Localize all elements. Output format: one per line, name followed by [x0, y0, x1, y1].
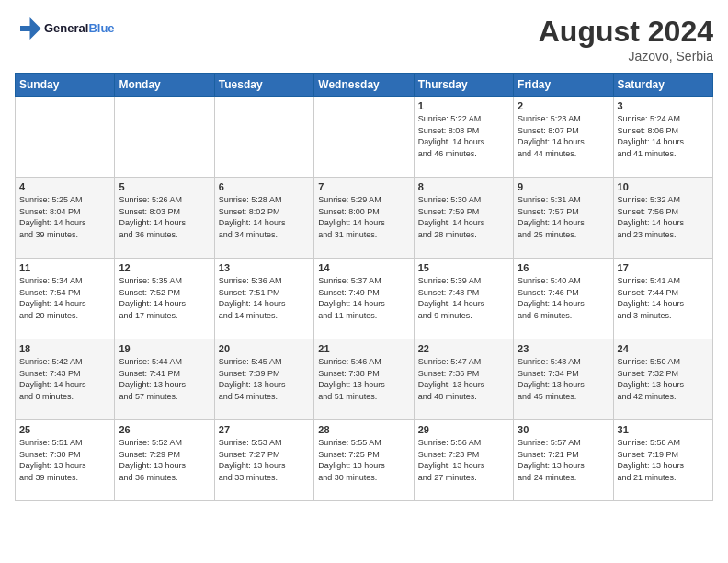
calendar-header-row: SundayMondayTuesdayWednesdayThursdayFrid… [16, 74, 713, 97]
day-info: Sunrise: 5:23 AM Sunset: 8:07 PM Dayligh… [518, 113, 609, 159]
day-info: Sunrise: 5:31 AM Sunset: 7:57 PM Dayligh… [518, 194, 609, 240]
calendar-cell: 25Sunrise: 5:51 AM Sunset: 7:30 PM Dayli… [16, 420, 115, 501]
calendar-cell: 27Sunrise: 5:53 AM Sunset: 7:27 PM Dayli… [214, 420, 313, 501]
day-info: Sunrise: 5:56 AM Sunset: 7:23 PM Dayligh… [418, 437, 509, 483]
day-info: Sunrise: 5:47 AM Sunset: 7:36 PM Dayligh… [418, 356, 509, 402]
day-number: 9 [518, 181, 609, 192]
day-number: 13 [219, 262, 310, 273]
week-row-3: 11Sunrise: 5:34 AM Sunset: 7:54 PM Dayli… [16, 259, 713, 339]
day-number: 19 [119, 343, 210, 354]
day-info: Sunrise: 5:24 AM Sunset: 8:06 PM Dayligh… [618, 113, 709, 159]
calendar-cell: 17Sunrise: 5:41 AM Sunset: 7:44 PM Dayli… [613, 259, 712, 339]
calendar-cell: 30Sunrise: 5:57 AM Sunset: 7:21 PM Dayli… [514, 420, 613, 501]
location: Jazovo, Serbia [539, 49, 713, 63]
day-info: Sunrise: 5:37 AM Sunset: 7:49 PM Dayligh… [318, 275, 409, 321]
day-number: 15 [418, 262, 509, 273]
day-info: Sunrise: 5:53 AM Sunset: 7:27 PM Dayligh… [219, 437, 310, 483]
calendar-cell: 14Sunrise: 5:37 AM Sunset: 7:49 PM Dayli… [314, 259, 414, 339]
calendar-cell: 2Sunrise: 5:23 AM Sunset: 8:07 PM Daylig… [514, 97, 613, 178]
page: GeneralBlue August 2024 Jazovo, Serbia S… [0, 0, 728, 563]
logo-blue: Blue [88, 21, 114, 35]
column-header-thursday: Thursday [414, 74, 513, 97]
header: GeneralBlue August 2024 Jazovo, Serbia [15, 15, 713, 63]
week-row-2: 4Sunrise: 5:25 AM Sunset: 8:04 PM Daylig… [16, 178, 713, 259]
day-number: 1 [418, 100, 509, 111]
calendar-cell: 7Sunrise: 5:29 AM Sunset: 8:00 PM Daylig… [314, 178, 414, 259]
calendar-cell: 3Sunrise: 5:24 AM Sunset: 8:06 PM Daylig… [613, 97, 712, 178]
day-number: 12 [119, 262, 210, 273]
calendar-cell: 22Sunrise: 5:47 AM Sunset: 7:36 PM Dayli… [414, 339, 513, 420]
day-number: 2 [518, 100, 609, 111]
day-number: 25 [19, 424, 110, 435]
day-number: 5 [119, 181, 210, 192]
day-info: Sunrise: 5:39 AM Sunset: 7:48 PM Dayligh… [418, 275, 509, 321]
day-number: 4 [19, 181, 110, 192]
day-number: 18 [19, 343, 110, 354]
calendar-cell: 11Sunrise: 5:34 AM Sunset: 7:54 PM Dayli… [16, 259, 115, 339]
day-info: Sunrise: 5:55 AM Sunset: 7:25 PM Dayligh… [318, 437, 409, 483]
day-info: Sunrise: 5:57 AM Sunset: 7:21 PM Dayligh… [518, 437, 609, 483]
day-number: 10 [618, 181, 709, 192]
day-number: 26 [119, 424, 210, 435]
calendar-cell: 13Sunrise: 5:36 AM Sunset: 7:51 PM Dayli… [214, 259, 313, 339]
day-info: Sunrise: 5:48 AM Sunset: 7:34 PM Dayligh… [518, 356, 609, 402]
day-info: Sunrise: 5:45 AM Sunset: 7:39 PM Dayligh… [219, 356, 310, 402]
calendar-cell: 24Sunrise: 5:50 AM Sunset: 7:32 PM Dayli… [613, 339, 712, 420]
day-number: 7 [318, 181, 409, 192]
calendar-cell [314, 97, 414, 178]
calendar-cell: 20Sunrise: 5:45 AM Sunset: 7:39 PM Dayli… [214, 339, 313, 420]
calendar-cell: 9Sunrise: 5:31 AM Sunset: 7:57 PM Daylig… [514, 178, 613, 259]
day-number: 14 [318, 262, 409, 273]
day-number: 6 [219, 181, 310, 192]
calendar-cell: 16Sunrise: 5:40 AM Sunset: 7:46 PM Dayli… [514, 259, 613, 339]
column-header-wednesday: Wednesday [314, 74, 414, 97]
day-info: Sunrise: 5:28 AM Sunset: 8:02 PM Dayligh… [219, 194, 310, 240]
day-info: Sunrise: 5:40 AM Sunset: 7:46 PM Dayligh… [518, 275, 609, 321]
calendar-cell: 15Sunrise: 5:39 AM Sunset: 7:48 PM Dayli… [414, 259, 513, 339]
day-info: Sunrise: 5:29 AM Sunset: 8:00 PM Dayligh… [318, 194, 409, 240]
logo-general: General [44, 21, 88, 35]
calendar-cell: 4Sunrise: 5:25 AM Sunset: 8:04 PM Daylig… [16, 178, 115, 259]
calendar-table: SundayMondayTuesdayWednesdayThursdayFrid… [15, 73, 713, 501]
day-info: Sunrise: 5:52 AM Sunset: 7:29 PM Dayligh… [119, 437, 210, 483]
day-info: Sunrise: 5:30 AM Sunset: 7:59 PM Dayligh… [418, 194, 509, 240]
day-number: 28 [318, 424, 409, 435]
calendar-cell: 26Sunrise: 5:52 AM Sunset: 7:29 PM Dayli… [115, 420, 214, 501]
day-info: Sunrise: 5:35 AM Sunset: 7:52 PM Dayligh… [119, 275, 210, 321]
day-number: 22 [418, 343, 509, 354]
calendar-cell: 31Sunrise: 5:58 AM Sunset: 7:19 PM Dayli… [613, 420, 712, 501]
column-header-tuesday: Tuesday [214, 74, 313, 97]
day-number: 31 [618, 424, 709, 435]
day-number: 8 [418, 181, 509, 192]
column-header-monday: Monday [115, 74, 214, 97]
day-number: 3 [618, 100, 709, 111]
week-row-1: 1Sunrise: 5:22 AM Sunset: 8:08 PM Daylig… [16, 97, 713, 178]
day-number: 29 [418, 424, 509, 435]
column-header-sunday: Sunday [16, 74, 115, 97]
logo-icon [15, 15, 42, 42]
week-row-4: 18Sunrise: 5:42 AM Sunset: 7:43 PM Dayli… [16, 339, 713, 420]
calendar-cell: 6Sunrise: 5:28 AM Sunset: 8:02 PM Daylig… [214, 178, 313, 259]
day-info: Sunrise: 5:22 AM Sunset: 8:08 PM Dayligh… [418, 113, 509, 159]
calendar-cell: 21Sunrise: 5:46 AM Sunset: 7:38 PM Dayli… [314, 339, 414, 420]
day-number: 11 [19, 262, 110, 273]
day-info: Sunrise: 5:26 AM Sunset: 8:03 PM Dayligh… [119, 194, 210, 240]
calendar-cell: 28Sunrise: 5:55 AM Sunset: 7:25 PM Dayli… [314, 420, 414, 501]
title-block: August 2024 Jazovo, Serbia [539, 15, 713, 63]
month-year: August 2024 [539, 15, 713, 49]
day-info: Sunrise: 5:44 AM Sunset: 7:41 PM Dayligh… [119, 356, 210, 402]
calendar-cell [115, 97, 214, 178]
calendar-cell [16, 97, 115, 178]
day-number: 23 [518, 343, 609, 354]
calendar-cell: 5Sunrise: 5:26 AM Sunset: 8:03 PM Daylig… [115, 178, 214, 259]
day-info: Sunrise: 5:58 AM Sunset: 7:19 PM Dayligh… [618, 437, 709, 483]
day-number: 30 [518, 424, 609, 435]
calendar-cell: 12Sunrise: 5:35 AM Sunset: 7:52 PM Dayli… [115, 259, 214, 339]
day-info: Sunrise: 5:41 AM Sunset: 7:44 PM Dayligh… [618, 275, 709, 321]
day-number: 24 [618, 343, 709, 354]
calendar-cell: 23Sunrise: 5:48 AM Sunset: 7:34 PM Dayli… [514, 339, 613, 420]
day-number: 27 [219, 424, 310, 435]
day-info: Sunrise: 5:50 AM Sunset: 7:32 PM Dayligh… [618, 356, 709, 402]
week-row-5: 25Sunrise: 5:51 AM Sunset: 7:30 PM Dayli… [16, 420, 713, 501]
day-number: 21 [318, 343, 409, 354]
